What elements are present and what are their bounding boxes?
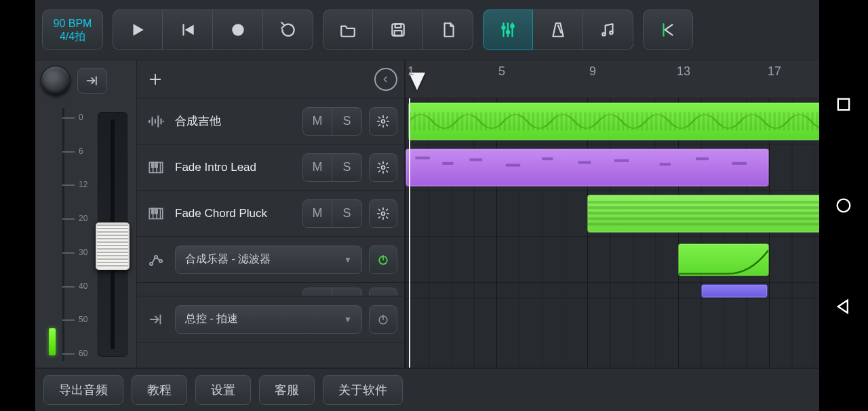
arrange-area[interactable] <box>406 98 819 368</box>
back-button[interactable] <box>834 297 853 316</box>
play-button[interactable] <box>113 9 163 50</box>
track-row-partial[interactable]: M S <box>137 283 404 296</box>
save-button[interactable] <box>373 9 423 50</box>
bar-label: 1 <box>408 64 414 79</box>
android-nav <box>819 0 868 411</box>
svg-point-42 <box>382 212 385 215</box>
timeline: 1591317 <box>406 60 819 368</box>
svg-point-28 <box>382 119 385 123</box>
solo-button[interactable]: S <box>332 199 362 228</box>
fader-tick-label: 12 <box>79 180 87 189</box>
collapse-button[interactable] <box>374 68 397 91</box>
solo-button[interactable]: S <box>332 107 362 136</box>
recents-button[interactable] <box>834 95 853 114</box>
solo-button[interactable]: S <box>332 153 362 182</box>
midi-clip[interactable] <box>587 195 819 233</box>
route-icon <box>144 307 168 332</box>
mute-button[interactable]: M <box>302 107 332 136</box>
toolbar: 90 BPM 4/4拍 <box>35 0 819 60</box>
master-power-button[interactable] <box>369 305 397 334</box>
fader-tick-label: 50 <box>79 315 87 324</box>
svg-rect-61 <box>614 159 629 162</box>
solo-button[interactable]: S <box>332 288 362 296</box>
open-button[interactable] <box>323 9 373 50</box>
svg-rect-67 <box>588 212 819 214</box>
home-button[interactable] <box>834 196 853 215</box>
mute-button[interactable]: M <box>302 199 332 228</box>
bar-label: 13 <box>677 64 690 79</box>
automation-clip[interactable] <box>678 243 769 276</box>
about-button[interactable]: 关于软件 <box>323 375 403 405</box>
master-row: 总控 - 拍速 ▼ <box>137 296 404 342</box>
ruler[interactable]: 1591317 <box>406 60 819 98</box>
workspace: 06122030405060 合成吉他 <box>35 60 819 368</box>
goto-start-button[interactable] <box>643 9 693 50</box>
track-settings-button[interactable] <box>369 288 397 296</box>
file-group <box>323 9 473 50</box>
settings-button[interactable]: 设置 <box>195 375 251 405</box>
tutorial-button[interactable]: 教程 <box>132 375 187 405</box>
metronome-button[interactable] <box>533 9 583 50</box>
fx-select[interactable]: 合成乐器 - 滤波器 ▼ <box>175 246 362 274</box>
svg-rect-55 <box>415 157 429 159</box>
quantize-button[interactable] <box>583 9 633 50</box>
mute-button[interactable]: M <box>302 288 332 296</box>
fx-power-button[interactable] <box>369 246 397 274</box>
svg-rect-5 <box>395 24 401 27</box>
svg-rect-33 <box>152 162 154 168</box>
fader-tick-label: 40 <box>79 281 87 291</box>
track-settings-button[interactable] <box>369 199 397 228</box>
rewind-button[interactable] <box>163 9 213 50</box>
svg-rect-65 <box>588 201 819 203</box>
midi-clip[interactable] <box>406 149 769 187</box>
track-row[interactable]: Fade Chord Pluck M S <box>137 191 404 237</box>
midi-clip[interactable] <box>701 284 768 298</box>
svg-point-16 <box>610 31 612 34</box>
master-fader[interactable] <box>98 112 127 357</box>
master-label: 总控 - 拍速 <box>185 312 238 326</box>
svg-rect-34 <box>155 162 157 168</box>
mute-button[interactable]: M <box>302 153 332 182</box>
svg-line-47 <box>157 258 160 260</box>
record-button[interactable] <box>213 9 263 50</box>
fx-label: 合成乐器 - 滤波器 <box>185 252 271 267</box>
level-meter <box>49 328 56 355</box>
tempo-button[interactable]: 90 BPM 4/4拍 <box>42 9 103 50</box>
svg-marker-2 <box>184 24 193 35</box>
export-button[interactable]: 导出音频 <box>43 375 123 405</box>
audio-clip[interactable] <box>408 102 819 140</box>
svg-rect-62 <box>660 163 671 165</box>
mixer-button[interactable] <box>483 9 533 50</box>
loop-button[interactable] <box>263 9 313 50</box>
tempo-bpm: 90 BPM <box>54 17 92 30</box>
svg-marker-0 <box>134 24 144 35</box>
fader-tick-label: 60 <box>79 349 87 358</box>
svg-line-46 <box>153 258 155 262</box>
chevron-down-icon: ▼ <box>344 255 352 265</box>
master-strip: 06122030405060 <box>35 60 137 368</box>
tools-group <box>483 9 633 50</box>
svg-rect-57 <box>469 159 482 161</box>
route-button[interactable] <box>77 68 107 94</box>
add-track-button[interactable] <box>144 68 167 91</box>
track-name: Fade Intro Lead <box>175 161 296 174</box>
svg-rect-59 <box>542 157 553 160</box>
track-row[interactable]: 合成吉他 M S <box>137 98 404 144</box>
new-button[interactable] <box>423 9 473 50</box>
pan-knob[interactable] <box>41 66 71 96</box>
svg-point-35 <box>382 165 385 169</box>
track-row[interactable]: Fade Intro Lead M S <box>137 144 404 191</box>
svg-rect-64 <box>732 162 747 165</box>
svg-marker-72 <box>838 300 848 313</box>
master-select[interactable]: 总控 - 拍速 ▼ <box>175 305 362 334</box>
svg-point-3 <box>232 24 243 35</box>
track-settings-button[interactable] <box>369 107 397 136</box>
svg-rect-41 <box>155 208 157 214</box>
master-fader-area: 06122030405060 <box>35 108 136 361</box>
fader-tick-label: 30 <box>79 248 87 257</box>
bar-label: 9 <box>589 64 596 79</box>
bar-label: 17 <box>768 64 781 79</box>
svg-point-15 <box>602 33 605 35</box>
support-button[interactable]: 客服 <box>259 375 315 405</box>
track-settings-button[interactable] <box>369 153 397 182</box>
